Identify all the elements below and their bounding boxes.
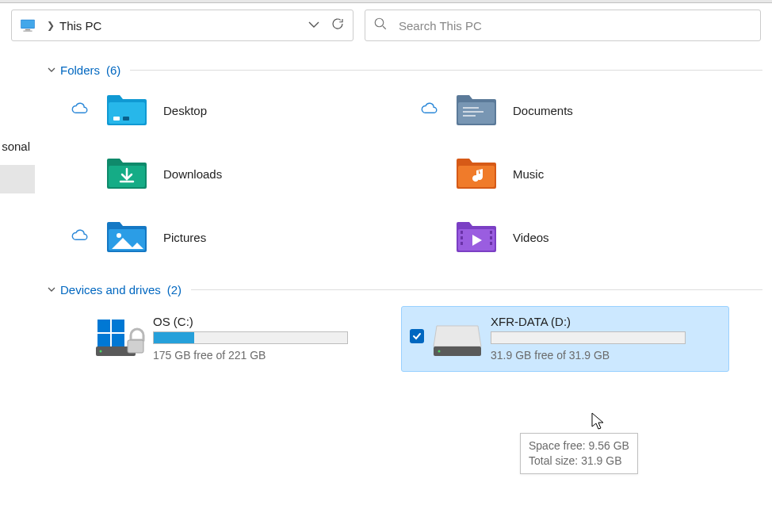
folder-item-music[interactable]: Music [413,150,762,197]
music-folder-icon [454,155,499,193]
group-count: (6) [106,63,120,77]
group-divider [130,70,762,71]
svg-rect-1 [21,21,34,29]
data-drive-icon [432,318,483,358]
sidebar-item-selected[interactable] [0,165,35,193]
os-drive-icon [94,318,145,358]
svg-point-15 [117,233,121,238]
svg-rect-20 [490,231,492,234]
svg-rect-24 [112,320,124,332]
folder-label: Videos [513,231,549,244]
tooltip-line: Total size: 31.9 GB [529,454,629,469]
svg-rect-30 [434,346,481,356]
folder-label: Downloads [163,167,222,181]
folder-item-desktop[interactable]: Desktop [63,86,413,134]
svg-point-4 [375,18,384,27]
drive-free-text: 175 GB free of 221 GB [153,349,383,362]
search-icon [373,17,388,34]
svg-rect-10 [463,111,483,113]
search-input[interactable] [399,19,752,33]
folders-grid: Desktop Documents [63,86,762,261]
folder-item-downloads[interactable]: Downloads [63,150,413,197]
videos-folder-icon [454,218,499,256]
drive-tooltip: Space free: 9.56 GB Total size: 31.9 GB [520,433,638,474]
toolbar: ❯ This PC [0,3,772,48]
address-dropdown-icon[interactable] [308,20,319,31]
refresh-icon[interactable] [331,17,345,34]
svg-rect-11 [463,115,476,117]
folder-item-videos[interactable]: Videos [413,213,762,261]
svg-rect-8 [458,102,495,124]
drive-item-c[interactable]: OS (C:) 175 GB free of 221 GB [63,306,392,372]
svg-rect-2 [25,29,30,31]
content-pane: Folders (6) Desktop [35,48,772,532]
nav-sidebar: sonal [0,48,35,532]
svg-rect-22 [490,242,492,245]
collapse-chevron-icon[interactable] [48,285,55,295]
svg-rect-23 [97,320,110,332]
collapse-chevron-icon[interactable] [48,66,55,75]
cloud-icon [71,229,88,245]
group-header-drives[interactable]: Devices and drives (2) [48,283,762,297]
group-divider [191,289,762,290]
folder-item-pictures[interactable]: Pictures [63,213,413,261]
drives-row: OS (C:) 175 GB free of 221 GB [63,306,762,372]
group-count: (2) [167,283,182,297]
downloads-folder-icon [105,155,149,193]
cloud-icon [71,102,88,118]
drive-selected-checkbox[interactable] [410,329,424,343]
cloud-icon [420,102,438,118]
svg-rect-9 [463,107,479,109]
tooltip-line: Space free: 9.56 GB [529,438,629,454]
this-pc-icon [20,19,36,32]
svg-rect-17 [461,231,463,234]
svg-rect-29 [128,340,143,353]
drive-capacity-bar [153,331,348,344]
main-area: sonal Folders (6) [0,48,772,532]
svg-rect-19 [461,242,463,245]
documents-folder-icon [454,91,499,129]
pictures-folder-icon [105,218,149,256]
group-title: Folders [60,63,100,77]
drive-name: XFR-DATA (D:) [491,315,720,328]
breadcrumb-chevron-icon[interactable]: ❯ [47,20,55,31]
svg-rect-3 [23,30,32,32]
svg-point-28 [100,350,102,353]
address-bar[interactable]: ❯ This PC [11,10,354,41]
drive-capacity-fill [154,332,194,343]
folder-label: Desktop [163,104,207,117]
svg-rect-7 [123,117,129,121]
drive-capacity-bar [491,331,686,344]
sidebar-item-personal[interactable]: sonal [0,132,35,160]
svg-rect-18 [461,236,463,239]
desktop-folder-icon [105,91,149,129]
group-header-folders[interactable]: Folders (6) [48,63,762,77]
folder-item-documents[interactable]: Documents [413,86,762,134]
search-box[interactable] [365,10,761,41]
folder-label: Pictures [163,231,206,244]
svg-rect-6 [113,117,120,121]
folder-label: Documents [513,104,573,117]
group-title: Devices and drives [60,283,161,297]
folder-label: Music [513,167,544,181]
breadcrumb-location[interactable]: This PC [59,19,101,33]
drive-name: OS (C:) [153,315,383,328]
drive-item-d[interactable]: XFR-DATA (D:) 31.9 GB free of 31.9 GB [401,306,729,372]
drive-free-text: 31.9 GB free of 31.9 GB [491,349,720,362]
svg-point-31 [438,350,441,353]
svg-rect-25 [97,334,110,346]
svg-rect-26 [112,334,124,346]
svg-rect-21 [490,236,492,239]
